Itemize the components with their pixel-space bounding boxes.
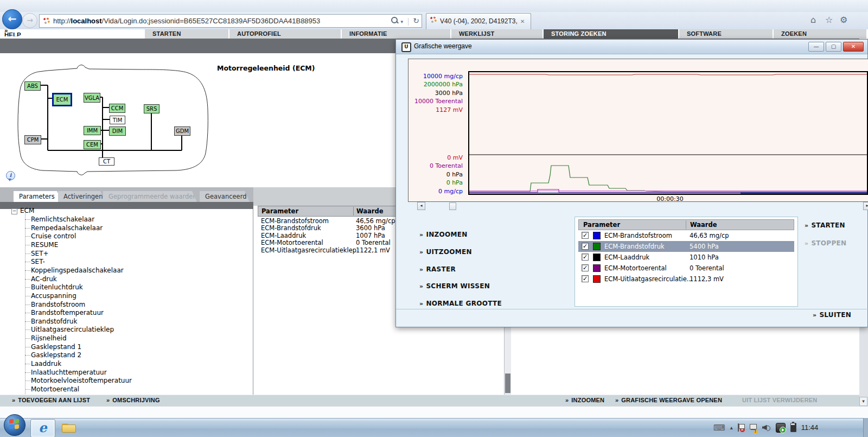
favorites-star-icon[interactable]: ☆: [825, 15, 833, 25]
toolbar-toevoegen-aan-lijst[interactable]: »TOEVOEGEN AAN LIJST: [12, 397, 90, 403]
tree-item-rijsnelheid[interactable]: Rijsnelheid: [31, 334, 67, 342]
close-graph-button[interactable]: »SLUITEN: [813, 311, 851, 319]
subtab-activeringen[interactable]: Activeringen: [58, 191, 105, 202]
tab-software[interactable]: SOFTWARE: [679, 29, 773, 39]
address-bar[interactable]: http://localhost/Vida/Login.do;jsessioni…: [39, 14, 422, 28]
tree-item-rempedaalschakelaar[interactable]: Rempedaalschakelaar: [31, 224, 103, 232]
tree-item-laaddruk[interactable]: Laaddruk: [31, 360, 61, 368]
module-cem[interactable]: CEM: [84, 140, 101, 149]
graph-tool-raster[interactable]: »RASTER: [419, 265, 456, 273]
tree-item-gasklepstand-1[interactable]: Gasklepstand 1: [31, 343, 81, 351]
tree-item-set[interactable]: SET-: [31, 258, 45, 265]
graph-row-ecm-brandstofdruk[interactable]: ✓ECM-Brandstofdruk5400 hPa: [578, 241, 794, 252]
module-srs[interactable]: SRS: [144, 104, 159, 113]
tree-item-cruise-control[interactable]: Cruise control: [31, 232, 76, 240]
tab-starten[interactable]: STARTEN: [145, 29, 228, 39]
network-warning-icon[interactable]: [749, 424, 757, 432]
graph-row-ecm-laaddruk[interactable]: ✓ECM-Laaddruk1010 hPa: [578, 252, 794, 263]
module-vgla[interactable]: VGLA: [84, 93, 100, 103]
module-tim[interactable]: TIM: [110, 116, 125, 124]
tab-informatie[interactable]: INFORMATIE: [342, 29, 450, 39]
toolbar-grafische-weergave-openen[interactable]: »GRAFISCHE WEERGAVE OPENEN: [615, 397, 722, 403]
tree-item-gasklepstand-2[interactable]: Gasklepstand 2: [31, 351, 81, 359]
checkbox[interactable]: ✓: [582, 243, 589, 250]
tree-root-ecm[interactable]: ECM: [20, 207, 34, 214]
tab-autoprofiel[interactable]: AUTOPROFIEL: [229, 29, 341, 39]
action-center-flag-icon[interactable]: ✕: [738, 423, 744, 432]
checkbox[interactable]: ✓: [582, 264, 589, 271]
start-button-orb[interactable]: [4, 414, 25, 436]
tree-item-accuspanning[interactable]: Accuspanning: [31, 292, 76, 300]
hscroll-thumb[interactable]: [449, 202, 456, 210]
browser-forward-button[interactable]: →: [22, 13, 37, 28]
tree-item-koppelingspedaalschakelaar[interactable]: Koppelingspedaalschakelaar: [31, 267, 124, 274]
help-button[interactable]: »HELP: [4, 29, 53, 36]
tree-item-buitenluchtdruk[interactable]: Buitenluchtdruk: [31, 283, 83, 291]
tree-item-inlaatluchttemperatuur[interactable]: Inlaatluchttemperatuur: [31, 369, 107, 376]
tab-storing-zoeken[interactable]: STORING ZOEKEN: [544, 29, 678, 39]
search-dropdown-icon[interactable]: ▾: [400, 19, 403, 24]
graph-row-ecm-uitlaatgasrecirculatie[interactable]: ✓ECM-Uitlaatgasrecirculatie...1112,3 mV: [578, 274, 794, 284]
module-ccm[interactable]: CCM: [109, 104, 125, 113]
tree-item-resume[interactable]: RESUME: [31, 241, 58, 249]
tree-item-remlichtschakelaar[interactable]: Remlichtschakelaar: [31, 216, 94, 223]
start-button[interactable]: »STARTEN: [805, 221, 845, 229]
vida-tray-icon[interactable]: [776, 423, 786, 433]
search-icon[interactable]: [391, 17, 398, 23]
tree-item-brandstofstroom[interactable]: Brandstofstroom: [31, 301, 85, 308]
module-imm[interactable]: IMM: [84, 126, 101, 135]
taskbar-ie-button[interactable]: e: [30, 419, 55, 437]
tree-item-motorkoelvloeistoftemperatuur[interactable]: Motorkoelvloeistoftemperatuur: [31, 377, 132, 384]
browser-tab[interactable]: V40 (-04), 2002, D4192T3, ...✕: [426, 13, 531, 30]
subtab-parameters[interactable]: Parameters: [14, 191, 62, 202]
module-ecm[interactable]: ECM: [52, 93, 72, 106]
graph-tool-normale-grootte[interactable]: »NORMALE GROOTTE: [419, 300, 502, 307]
toolbar-omschrijving[interactable]: »OMSCHRIJVING: [106, 397, 160, 403]
scroll-right-icon[interactable]: ▸: [863, 202, 868, 210]
close-tab-icon[interactable]: ✕: [520, 18, 525, 24]
graph-tool-uitzoomen[interactable]: »UITZOOMEN: [419, 248, 472, 256]
tree-item-ac-druk[interactable]: AC-druk: [31, 275, 57, 283]
graph-window-titlebar[interactable]: U Grafische weergave — ▢ ✕: [396, 40, 867, 54]
module-gdm[interactable]: GDM: [174, 126, 190, 136]
close-button[interactable]: ✕: [843, 42, 864, 52]
graph-row-ecm-brandstofstroom[interactable]: ✓ECM-Brandstofstroom46,63 mg/cp: [578, 230, 794, 241]
tree-item-brandstofdruk[interactable]: Brandstofdruk: [31, 318, 77, 325]
show-desktop-button[interactable]: [863, 418, 868, 437]
tree-item-motortoerental[interactable]: Motortoerental: [31, 385, 79, 393]
info-icon[interactable]: i: [6, 171, 15, 180]
checkbox[interactable]: ✓: [582, 275, 589, 282]
minimize-button[interactable]: —: [808, 42, 824, 52]
scroll-left-icon[interactable]: ◂: [417, 202, 425, 210]
toolbar-inzoomen[interactable]: »INZOOMEN: [565, 397, 604, 403]
maximize-button[interactable]: ▢: [826, 42, 841, 52]
graph-tool-scherm-wissen[interactable]: »SCHERM WISSEN: [419, 282, 490, 290]
keyboard-icon[interactable]: ⌨: [713, 423, 725, 433]
taskbar-clock[interactable]: 11:44: [801, 423, 819, 432]
volume-icon[interactable]: [762, 424, 771, 432]
module-cpm[interactable]: CPM: [24, 135, 41, 144]
tab-werklijst[interactable]: WERKLIJST: [451, 29, 542, 39]
graph-row-ecm-motortoerental[interactable]: ✓ECM-Motortoerental0 Toerental: [578, 263, 794, 274]
subtab-geavanceerd[interactable]: Geavanceerd: [200, 191, 250, 202]
settings-gear-icon[interactable]: ⚙: [840, 15, 847, 25]
tree-item-set[interactable]: SET+: [31, 250, 49, 257]
module-abs[interactable]: ABS: [24, 81, 41, 91]
module-ct[interactable]: CT: [99, 157, 114, 166]
scroll-down-icon[interactable]: ▾: [859, 397, 867, 406]
graph-tool-inzoomen[interactable]: »INZOOMEN: [419, 231, 468, 238]
module-dim[interactable]: DIM: [109, 126, 126, 136]
tab-zoeken[interactable]: ZOEKEN: [774, 29, 866, 39]
home-icon[interactable]: ⌂: [810, 15, 816, 25]
hidden-icons-arrow[interactable]: ▴: [730, 425, 733, 430]
tree-collapse-icon[interactable]: −: [11, 208, 17, 214]
taskbar-explorer-button[interactable]: [58, 419, 80, 436]
tree-item-uitlaatgasrecirculatieklep[interactable]: Uitlaatgasrecirculatieklep: [31, 326, 114, 333]
scrollbar-thumb[interactable]: [505, 373, 510, 393]
checkbox[interactable]: ✓: [582, 254, 589, 261]
battery-icon[interactable]: [790, 423, 796, 432]
refresh-icon[interactable]: ↻: [413, 16, 419, 25]
checkbox[interactable]: ✓: [582, 232, 589, 239]
browser-back-button[interactable]: ←: [2, 9, 22, 29]
tree-item-brandstoftemperatuur[interactable]: Brandstoftemperatuur: [31, 309, 104, 316]
